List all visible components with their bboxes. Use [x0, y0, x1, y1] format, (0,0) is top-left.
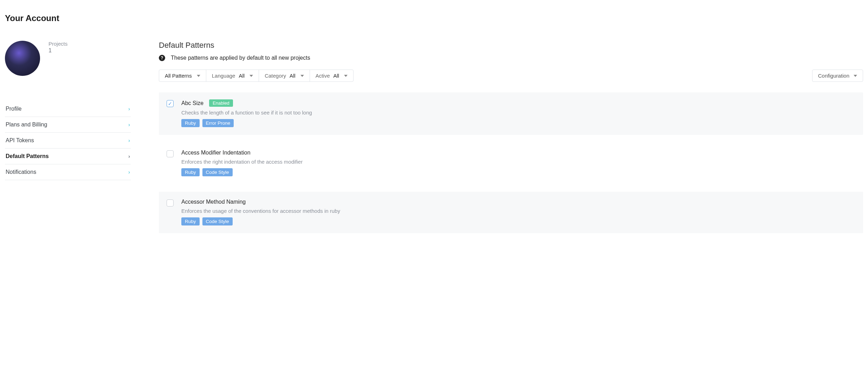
projects-count: 1 — [48, 47, 67, 54]
main-title: Default Patterns — [159, 41, 863, 50]
checkbox-wrap: ✓ — [167, 199, 174, 225]
profile-section: Projects 1 — [5, 41, 131, 76]
tag[interactable]: Error Prone — [202, 119, 234, 127]
pattern-tags: RubyError Prone — [181, 119, 855, 127]
tag[interactable]: Ruby — [181, 119, 200, 127]
chevron-right-icon: › — [128, 138, 130, 143]
pattern-checkbox[interactable]: ✓ — [167, 100, 174, 107]
pattern-row[interactable]: ✓Accessor Method NamingEnforces the usag… — [159, 192, 863, 233]
filter-category[interactable]: Category All — [259, 70, 310, 81]
pattern-head: Access Modifier Indentation — [181, 150, 855, 156]
filter-language-value: All — [239, 73, 245, 79]
pattern-name: Accessor Method Naming — [181, 199, 246, 205]
chevron-down-icon — [197, 75, 200, 77]
chevron-right-icon: › — [128, 169, 130, 175]
sidebar-item-api-tokens[interactable]: API Tokens› — [5, 133, 131, 149]
configuration-button[interactable]: Configuration — [812, 70, 863, 82]
pattern-tags: RubyCode Style — [181, 168, 855, 176]
avatar[interactable] — [5, 41, 40, 76]
subtitle-text: These patterns are applied by default to… — [171, 55, 310, 61]
sidebar-item-label: Default Patterns — [6, 153, 49, 159]
help-icon[interactable]: ? — [159, 55, 165, 61]
pattern-checkbox[interactable]: ✓ — [167, 199, 174, 207]
pattern-description: Checks the length of a function to see i… — [181, 110, 855, 116]
pattern-description: Enforces the usage of the conventions fo… — [181, 208, 855, 214]
sidebar-item-profile[interactable]: Profile› — [5, 101, 131, 117]
profile-meta: Projects 1 — [48, 41, 67, 54]
pattern-row[interactable]: ✓Abc SizeEnabledChecks the length of a f… — [159, 92, 863, 135]
projects-label: Projects — [48, 41, 67, 47]
checkbox-wrap: ✓ — [167, 150, 174, 176]
filter-all-patterns[interactable]: All Patterns — [159, 70, 206, 81]
configuration-label: Configuration — [818, 73, 849, 79]
filter-active-label: Active — [316, 73, 330, 79]
pattern-list: ✓Abc SizeEnabledChecks the length of a f… — [159, 92, 863, 233]
chevron-down-icon — [250, 75, 253, 77]
pattern-body: Accessor Method NamingEnforces the usage… — [181, 199, 855, 225]
tag[interactable]: Code Style — [202, 168, 233, 176]
filter-bar: All Patterns Language All Category All A… — [159, 70, 863, 82]
tag[interactable]: Code Style — [202, 217, 233, 225]
filter-group: All Patterns Language All Category All A… — [159, 70, 354, 82]
subtitle-row: ? These patterns are applied by default … — [159, 55, 863, 61]
filter-category-label: Category — [265, 73, 286, 79]
sidebar-item-notifications[interactable]: Notifications› — [5, 164, 131, 180]
filter-active[interactable]: Active All — [310, 70, 354, 81]
chevron-down-icon — [300, 75, 304, 77]
sidebar-item-default-patterns[interactable]: Default Patterns› — [5, 149, 131, 164]
pattern-body: Access Modifier IndentationEnforces the … — [181, 150, 855, 176]
tag[interactable]: Ruby — [181, 217, 200, 225]
pattern-head: Abc SizeEnabled — [181, 99, 855, 107]
pattern-description: Enforces the right indentation of the ac… — [181, 159, 855, 165]
pattern-name: Abc Size — [181, 100, 203, 106]
sidebar-item-label: Profile — [6, 106, 21, 112]
filter-all-patterns-label: All Patterns — [165, 73, 192, 79]
pattern-tags: RubyCode Style — [181, 217, 855, 225]
check-icon: ✓ — [168, 101, 172, 106]
filter-language[interactable]: Language All — [206, 70, 259, 81]
main-content: Default Patterns ? These patterns are ap… — [159, 41, 863, 233]
sidebar-item-plans-and-billing[interactable]: Plans and Billing› — [5, 117, 131, 133]
pattern-row[interactable]: ✓Access Modifier IndentationEnforces the… — [159, 143, 863, 184]
sidebar-nav: Profile›Plans and Billing›API Tokens›Def… — [5, 101, 131, 180]
sidebar: Projects 1 Profile›Plans and Billing›API… — [5, 41, 131, 233]
checkbox-wrap: ✓ — [167, 99, 174, 127]
filter-active-value: All — [333, 73, 339, 79]
pattern-name: Access Modifier Indentation — [181, 150, 251, 156]
chevron-down-icon — [854, 75, 857, 77]
filter-language-label: Language — [212, 73, 235, 79]
sidebar-item-label: Plans and Billing — [6, 122, 47, 128]
chevron-right-icon: › — [128, 106, 130, 112]
pattern-head: Accessor Method Naming — [181, 199, 855, 205]
page-title: Your Account — [5, 13, 863, 23]
layout: Projects 1 Profile›Plans and Billing›API… — [5, 41, 863, 233]
tag[interactable]: Ruby — [181, 168, 200, 176]
sidebar-item-label: Notifications — [6, 169, 36, 175]
enabled-badge: Enabled — [209, 99, 233, 107]
chevron-right-icon: › — [128, 122, 130, 127]
pattern-checkbox[interactable]: ✓ — [167, 150, 174, 157]
sidebar-item-label: API Tokens — [6, 137, 34, 144]
chevron-down-icon — [344, 75, 348, 77]
pattern-body: Abc SizeEnabledChecks the length of a fu… — [181, 99, 855, 127]
filter-category-value: All — [290, 73, 296, 79]
chevron-right-icon: › — [128, 153, 130, 159]
